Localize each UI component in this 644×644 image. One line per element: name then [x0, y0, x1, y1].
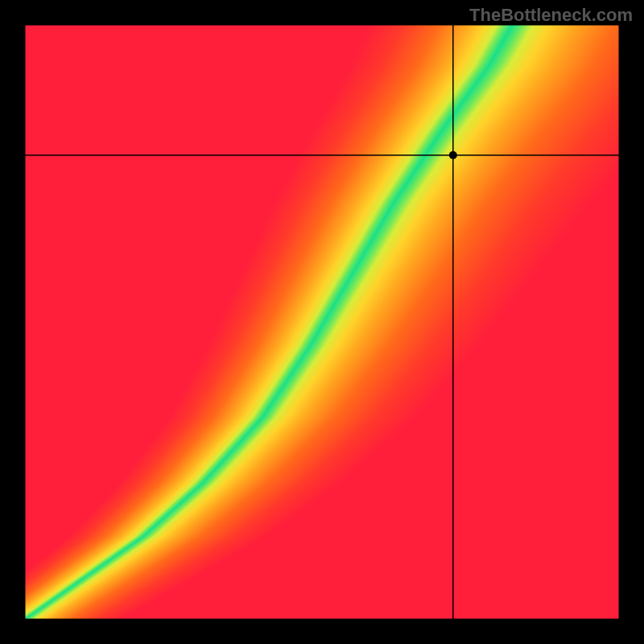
- watermark-text: TheBottleneck.com: [469, 5, 633, 26]
- heatmap-canvas: [24, 24, 620, 620]
- heatmap-plot: [24, 24, 620, 620]
- chart-container: TheBottleneck.com: [0, 0, 644, 644]
